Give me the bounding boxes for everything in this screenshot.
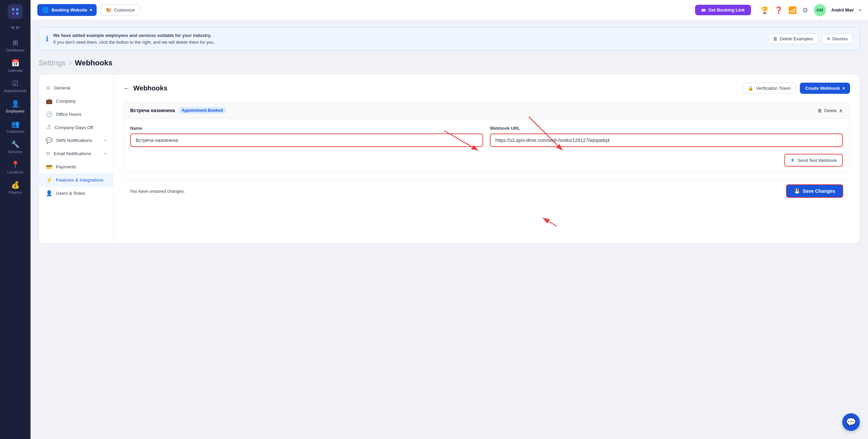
webhook-name-field-label: Name (130, 126, 483, 131)
user-name: Andrii Mav (831, 7, 854, 13)
webhook-card-title-group: Встреча назначена Appointment Booked (130, 107, 226, 114)
sidebar-label-appointments: Appointments (4, 89, 26, 93)
back-button[interactable]: ← (123, 84, 130, 92)
settings-icon[interactable]: ⚙ (802, 6, 808, 14)
dismiss-label: Dismiss (832, 36, 848, 41)
webhook-card-footer: ✈ Send Test Webhook (123, 154, 850, 172)
trophy-icon[interactable]: 🏆 (761, 6, 769, 14)
sidebar-item-services[interactable]: 🔧 Services (0, 137, 31, 157)
webhook-url-input[interactable] (490, 133, 843, 147)
dismiss-button[interactable]: ✕ Dismiss (822, 34, 853, 44)
send-test-webhook-button[interactable]: ✈ Send Test Webhook (784, 154, 843, 167)
email-icon: ✉ (46, 150, 50, 157)
webhook-tag: Appointment Booked (178, 107, 226, 114)
nav-item-features-integrations[interactable]: ⚡ Features & Integrations (39, 173, 113, 187)
nav-label-features-integrations: Features & Integrations (56, 177, 103, 183)
nav-item-users-roles[interactable]: 👤 Users & Roles (39, 187, 113, 200)
customize-button[interactable]: 🎨 Customize (101, 4, 140, 16)
topbar: 🌐 Booking Website ▾ 🎨 Customize 🎟 Get Bo… (31, 0, 868, 20)
delete-examples-label: Delete Examples (780, 36, 813, 41)
sidebar-item-appointments[interactable]: ☑ Appointments (0, 76, 31, 96)
dashboard-icon: ⊞ (13, 39, 18, 47)
webhook-name-display: Встреча назначена (130, 108, 175, 113)
delete-examples-button[interactable]: 🗑 Delete Examples (768, 34, 818, 44)
booking-website-button[interactable]: 🌐 Booking Website ▾ (37, 4, 97, 16)
sidebar-label-locations: Locations (7, 170, 23, 174)
webhook-name-input[interactable] (130, 133, 483, 147)
sidebar-collapse-arrows[interactable]: ◀ ▶ (11, 24, 20, 30)
nav-item-email-notifications[interactable]: ✉ Email Notifications ▾ (39, 147, 113, 160)
nav-label-users-roles: Users & Roles (56, 191, 85, 196)
sidebar-label-customers: Customers (6, 129, 24, 133)
save-changes-button[interactable]: 💾 Save Changes (786, 184, 843, 198)
nav-label-sms-notifications: SMS Notifications (56, 138, 92, 143)
nav-item-payments[interactable]: 💳 Payments (39, 160, 113, 173)
arrow-left-icon[interactable]: ◀ (11, 24, 14, 30)
breadcrumb-chevron-icon: › (69, 59, 72, 67)
info-icon: ℹ (46, 35, 48, 43)
webhook-card-body: Name Webhook URL (123, 119, 850, 154)
settings-content: ← Webhooks 🔒 Verification Token Create W… (114, 75, 860, 243)
nav-label-company-days-off: Company Days Off (55, 125, 93, 130)
office-hours-icon: 🕐 (46, 111, 53, 118)
sidebar-label-calendar: Calendar (8, 68, 23, 72)
nav-label-email-notifications: Email Notifications (54, 151, 91, 156)
sidebar-item-customers[interactable]: 👥 Customers (0, 117, 31, 137)
sidebar-item-dashboard[interactable]: ⊞ Dashboard (0, 35, 31, 56)
chat-bubble-button[interactable]: 💬 (842, 413, 860, 431)
avatar[interactable]: AM (814, 4, 826, 16)
webhooks-title: Webhooks (133, 84, 167, 92)
webhook-delete-button[interactable]: 🗑 Delete ∧ (817, 107, 843, 114)
svg-point-3 (16, 12, 19, 15)
arrow-right-icon[interactable]: ▶ (16, 24, 20, 30)
sidebar-item-locations[interactable]: 📍 Locations (0, 157, 31, 177)
sidebar-label-finance: Finance (8, 190, 22, 194)
info-banner-buttons: 🗑 Delete Examples ✕ Dismiss (768, 34, 853, 44)
save-icon: 💾 (794, 188, 800, 194)
features-icon: ⚡ (46, 177, 53, 183)
nav-item-company-days-off[interactable]: 🏖 Company Days Off (39, 121, 113, 134)
lock-icon: 🔒 (748, 86, 753, 91)
booking-website-label: Booking Website (52, 7, 87, 13)
users-icon: 👤 (46, 190, 53, 196)
help-icon[interactable]: ❓ (774, 6, 783, 14)
calendar-icon: 📅 (11, 59, 20, 67)
topbar-icons: 🏆 ❓ 📶 ⚙ AM Andrii Mav ▾ (761, 4, 861, 16)
get-booking-link-button[interactable]: 🎟 Get Booking Link (695, 5, 751, 15)
customize-label: Customize (114, 7, 135, 13)
webhooks-header: ← Webhooks 🔒 Verification Token Create W… (123, 83, 850, 94)
main-area: 🌐 Booking Website ▾ 🎨 Customize 🎟 Get Bo… (31, 0, 868, 439)
webhooks-title-group: ← Webhooks (123, 84, 167, 92)
sidebar-item-employees[interactable]: 👤 Employees (0, 96, 31, 117)
send-test-label: Send Test Webhook (797, 158, 837, 163)
app-logo[interactable] (8, 4, 23, 19)
info-banner-text: We have added example employees and serv… (53, 32, 763, 45)
save-changes-label: Save Changes (803, 188, 835, 194)
verification-token-button[interactable]: 🔒 Verification Token (742, 83, 796, 94)
svg-point-0 (12, 8, 15, 11)
create-webhook-button[interactable]: Create Webhook ▾ (800, 83, 850, 94)
company-icon: 💼 (46, 98, 53, 104)
finance-icon: 💰 (11, 181, 20, 189)
user-menu-chevron[interactable]: ▾ (859, 8, 861, 13)
nav-item-sms-notifications[interactable]: 💬 SMS Notifications ▾ (39, 134, 113, 147)
send-icon: ✈ (790, 157, 795, 163)
nav-item-general[interactable]: ⚙ General (39, 81, 113, 95)
globe-icon: 🌐 (42, 7, 49, 13)
webhook-url-field-label: Webhook URL (490, 126, 843, 131)
create-webhook-label: Create Webhook (805, 86, 840, 91)
webhook-card-header: Встреча назначена Appointment Booked 🗑 D… (123, 102, 850, 119)
get-booking-link-label: Get Booking Link (708, 7, 745, 13)
sms-icon: 💬 (46, 137, 53, 144)
info-banner: ℹ We have added example employees and se… (39, 27, 860, 50)
breadcrumb-parent[interactable]: Settings (39, 59, 66, 67)
pulse-icon[interactable]: 📶 (788, 6, 797, 14)
sidebar-item-calendar[interactable]: 📅 Calendar (0, 56, 31, 76)
svg-line-7 (543, 218, 557, 226)
settings-nav: ⚙ General 💼 Company 🕐 Office Hours 🏖 Com… (39, 75, 114, 243)
sidebar-item-finance[interactable]: 💰 Finance (0, 177, 31, 198)
info-banner-line1: We have added example employees and serv… (53, 32, 763, 39)
nav-item-office-hours[interactable]: 🕐 Office Hours (39, 108, 113, 121)
webhook-fields: Name Webhook URL (130, 126, 843, 147)
nav-item-company[interactable]: 💼 Company (39, 95, 113, 108)
